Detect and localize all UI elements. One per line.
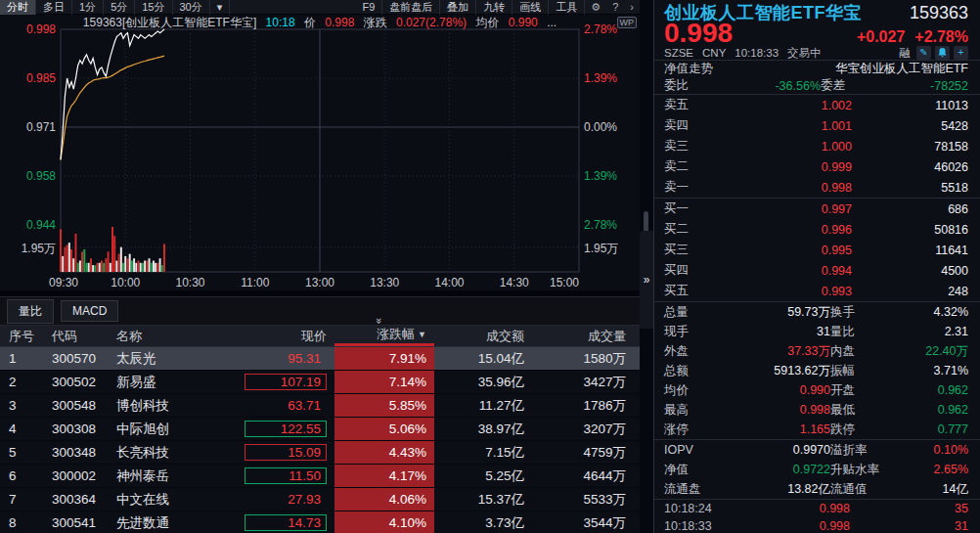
section-divider-strip: » xyxy=(640,0,653,533)
svg-text:1.95万: 1.95万 xyxy=(22,242,56,255)
tab-macd[interactable]: MACD xyxy=(61,300,118,322)
bid-row[interactable]: 买二0.99650816 xyxy=(654,219,980,240)
stat-cell: 最低 xyxy=(830,402,899,419)
col-header-name[interactable]: 名称 xyxy=(108,326,201,346)
stat-cell: 涨停 xyxy=(664,422,723,438)
stat-cell: 振幅 xyxy=(830,363,899,379)
cell-name: 博创科技 xyxy=(108,394,201,417)
pre-post-market-button[interactable]: 盘前盘后 xyxy=(382,0,440,15)
svg-text:0.985: 0.985 xyxy=(26,71,56,85)
add-plus-icon[interactable]: + xyxy=(954,46,968,60)
ask-label: 卖一 xyxy=(664,179,705,196)
table-row[interactable]: 7300364中文在线27.934.06%15.37亿5533万 xyxy=(0,488,640,511)
stat-cell: 内盘 xyxy=(830,343,899,360)
ask-row[interactable]: 卖四1.0015428 xyxy=(654,115,980,136)
table-row[interactable]: 4300308中际旭创122.555.06%38.97亿3207万 xyxy=(0,418,640,441)
tick-volume: 35 xyxy=(850,502,968,515)
col-header-index[interactable]: 序号 xyxy=(0,326,43,346)
change-abs: +0.027 xyxy=(857,28,905,45)
expand-panel-handle[interactable]: » xyxy=(640,231,653,329)
commission-ratio-row: 委比 -36.56% 委差 -78252 xyxy=(654,77,980,94)
period-tab-multiday[interactable]: 多日 xyxy=(36,0,72,15)
alert-bell-icon[interactable] xyxy=(935,46,950,60)
draw-line-button[interactable]: 画线 xyxy=(512,0,549,15)
iopv-section: IOPV0.9970溢折率0.10%净值0.9722升贴水率2.65%流通盘13… xyxy=(654,439,980,499)
tick-volume: 31 xyxy=(850,519,968,533)
ask-row[interactable]: 卖一0.9985518 xyxy=(654,177,980,198)
bid-row[interactable]: 买一0.997686 xyxy=(654,199,980,219)
gear-icon[interactable]: ⚙ xyxy=(585,1,606,14)
tab-volume-ratio[interactable]: 量比 xyxy=(7,299,54,324)
table-row[interactable]: 2300502新易盛107.197.14%35.96亿3427万 xyxy=(0,371,640,394)
ask-volume: 5428 xyxy=(852,119,968,133)
stat-cell: 14亿 xyxy=(899,481,968,498)
period-tab-minute[interactable]: 分时 xyxy=(0,0,36,15)
nav-trend-row[interactable]: 净值走势 华宝创业板人工智能ETF xyxy=(654,60,980,77)
col-header-volume[interactable]: 成交量 xyxy=(532,326,634,346)
stat-cell: 0.777 xyxy=(899,422,968,436)
chart-time: 10:18 xyxy=(266,16,295,29)
svg-text:0.958: 0.958 xyxy=(26,169,56,183)
nine-turn-button[interactable]: 九转 xyxy=(476,0,512,15)
expand-right-icon[interactable]: › xyxy=(624,1,640,13)
stat-cell: 2.65% xyxy=(899,463,968,476)
col-header-change-pct[interactable]: 涨跌幅▼ xyxy=(334,326,434,346)
cell-code: 300364 xyxy=(43,488,108,511)
trading-status: 交易中 xyxy=(787,46,822,61)
stat-cell: 37.33万 xyxy=(723,343,830,360)
bid-volume: 248 xyxy=(852,285,968,298)
bid-row[interactable]: 买五0.993248 xyxy=(654,281,980,301)
ask-row[interactable]: 卖五1.00211013 xyxy=(654,95,980,115)
f9-button[interactable]: F9 xyxy=(355,0,382,15)
overlay-button[interactable]: 叠加 xyxy=(440,0,476,15)
currency-label: CNY xyxy=(702,47,726,59)
cell-volume: 3427万 xyxy=(532,371,634,393)
stat-cell: 均价 xyxy=(664,382,723,399)
table-row[interactable]: 6300002神州泰岳11.504.17%5.25亿4644万 xyxy=(0,465,640,488)
cell-turnover: 5.25亿 xyxy=(434,465,532,487)
period-tab-30min[interactable]: 30分 xyxy=(173,0,210,15)
col-header-price[interactable]: 现价 xyxy=(201,326,334,346)
table-header-row: 序号 代码 名称 现价 涨跌幅▼ 成交额 成交量 xyxy=(0,326,640,347)
stat-cell: 0.998 xyxy=(723,403,830,417)
stats-section: 总量59.73万换手4.32%现手31量比2.31外盘37.33万内盘22.40… xyxy=(654,301,980,439)
intraday-chart[interactable]: 159363[创业板人工智能ETF华宝] 10:18 价 0.998 涨跌 0.… xyxy=(0,15,640,290)
help-icon[interactable]: ? xyxy=(606,1,624,13)
price-change: +0.027+2.78% xyxy=(847,28,968,46)
cell-name: 中际旭创 xyxy=(108,418,201,440)
cell-turnover: 35.96亿 xyxy=(434,371,532,393)
table-row[interactable]: 8300541先进数通14.734.10%3.73亿3544万 xyxy=(0,511,640,533)
tools-button[interactable]: 工具 xyxy=(549,0,585,15)
exchange-label: SZSE xyxy=(664,47,693,59)
stat-cell: 量比 xyxy=(830,324,899,340)
price-volume-chart[interactable]: 0.9980.9850.9710.9580.9442.78%1.39%0.00%… xyxy=(0,15,640,290)
cell-price: 11.50 xyxy=(201,465,334,487)
stat-cell: 流通盘 xyxy=(664,481,723,498)
cell-code: 300548 xyxy=(43,394,108,417)
bid-row[interactable]: 买四0.9944500 xyxy=(654,260,980,281)
period-more-dropdown-icon[interactable]: ▾ xyxy=(210,0,231,15)
table-row[interactable]: 3300548博创科技63.715.85%11.27亿1786万 xyxy=(0,394,640,418)
stat-cell: 流通值 xyxy=(830,481,899,498)
period-tab-5min[interactable]: 5分 xyxy=(104,0,135,15)
cell-volume: 3544万 xyxy=(532,511,634,533)
table-row[interactable]: 1300570太辰光95.317.91%15.04亿1580万 xyxy=(0,347,640,371)
bid-row[interactable]: 买三0.99511641 xyxy=(654,240,980,260)
period-tab-1min[interactable]: 1分 xyxy=(72,0,104,15)
edit-pencil-icon[interactable]: ✎ xyxy=(916,46,931,60)
stat-cell: 0.962 xyxy=(899,383,968,397)
col-header-turnover[interactable]: 成交额 xyxy=(434,326,532,346)
fund-full-name: 华宝创业板人工智能ETF xyxy=(835,61,968,77)
collapse-table-handle[interactable]: » xyxy=(362,317,397,329)
svg-text:11:00: 11:00 xyxy=(241,276,269,289)
indicator-tabrow: 量比 MACD » xyxy=(0,296,640,326)
stat-cell: 0.962 xyxy=(899,403,968,417)
col-header-code[interactable]: 代码 xyxy=(43,326,108,346)
ask-row[interactable]: 卖三1.00078158 xyxy=(654,136,980,156)
price-tick-box: 27.93 xyxy=(245,491,327,508)
ask-row[interactable]: 卖二0.99946026 xyxy=(654,156,980,177)
table-row[interactable]: 5300348长亮科技15.094.43%7.15亿4759万 xyxy=(0,441,640,465)
wp-badge[interactable]: WP xyxy=(617,17,638,28)
cell-code: 300570 xyxy=(43,347,108,370)
period-tab-15min[interactable]: 15分 xyxy=(135,0,172,15)
